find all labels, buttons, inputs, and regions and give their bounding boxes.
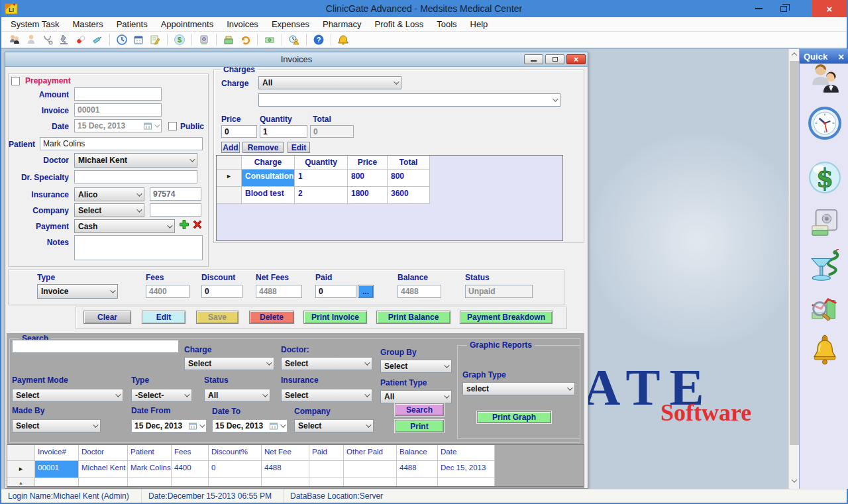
public-checkbox[interactable] [168, 122, 177, 130]
menu-tools[interactable]: Tools [430, 19, 463, 29]
stethoscope-icon[interactable] [41, 33, 54, 46]
edit-button[interactable]: Edit [288, 142, 310, 153]
date-from-picker[interactable]: 15 Dec, 2013 [131, 419, 207, 432]
print-balance-button[interactable]: Print Balance [376, 311, 450, 324]
cell-date[interactable]: Dec 15, 2013 [438, 461, 495, 478]
results-header-date[interactable]: Date [438, 445, 495, 461]
restore-button[interactable] [772, 0, 795, 17]
quick-panel-close-icon[interactable]: × [838, 51, 848, 62]
charges-header-total[interactable]: Total [388, 156, 430, 170]
edit-invoice-button[interactable]: Edit [142, 311, 186, 324]
scroll-up-button[interactable] [789, 49, 800, 60]
menu-appointments[interactable]: Appointments [154, 19, 221, 29]
cell-balance[interactable]: 4488 [397, 461, 438, 478]
print-graph-button[interactable]: Print Graph [477, 411, 551, 423]
delete-button[interactable]: Delete [249, 311, 294, 324]
menu-system-task[interactable]: System Task [4, 19, 66, 29]
billing-note-icon[interactable] [148, 33, 162, 46]
menu-expenses[interactable]: Expenses [265, 19, 316, 29]
results-header-otherpaid[interactable]: Other Paid [344, 445, 397, 461]
search-charge-select[interactable]: Select [184, 357, 274, 370]
line-total-field[interactable]: 0 [310, 125, 354, 138]
company-number-field[interactable] [150, 203, 201, 217]
invoice-date-picker[interactable]: 15 Dec, 2013 [74, 119, 162, 132]
charges-header-charge[interactable]: Charge [242, 156, 295, 170]
paid-browse-button[interactable]: ... [358, 285, 374, 298]
notes-field[interactable] [74, 235, 203, 260]
balance-field[interactable]: 4488 [398, 285, 441, 298]
quick-patients-icon[interactable] [808, 62, 842, 95]
prepayment-checkbox[interactable] [11, 77, 20, 85]
type-select[interactable]: Invoice [37, 284, 118, 299]
results-header-paid[interactable]: Paid [309, 445, 344, 461]
money-icon[interactable] [263, 33, 276, 46]
clock-icon[interactable] [115, 33, 129, 46]
print-invoice-button[interactable]: Print Invoice [303, 311, 367, 324]
cell-invoice[interactable]: 00001 [35, 461, 79, 478]
charges-table-row[interactable]: Blood test 2 1800 3600 [217, 187, 562, 204]
discount-field[interactable]: 0 [201, 285, 242, 298]
cell-netfee[interactable]: 4488 [262, 461, 309, 478]
invoices-restore-button[interactable] [545, 54, 564, 64]
doctor-select[interactable]: Michael Kent [74, 153, 197, 168]
patients-icon[interactable] [8, 33, 21, 46]
invoice-number-field[interactable]: 00001 [74, 103, 162, 117]
cell-paid[interactable] [309, 461, 344, 478]
invoices-close-button[interactable]: × [566, 54, 586, 64]
search-type-select[interactable]: -Select- [131, 389, 192, 402]
patient-type-select[interactable]: All [380, 390, 452, 403]
paid-field[interactable]: 0 [315, 285, 356, 298]
quantity-field[interactable]: 1 [260, 125, 307, 138]
remove-payment-icon[interactable] [192, 219, 203, 230]
search-input[interactable] [12, 340, 179, 353]
cell-otherpaid[interactable] [344, 461, 397, 478]
scrollbar-thumb[interactable] [790, 61, 799, 445]
pill-icon[interactable] [74, 33, 87, 46]
dollar-icon[interactable]: $ [173, 33, 186, 46]
results-header-invoice[interactable]: Invoice# [35, 445, 79, 461]
microscope-icon[interactable] [58, 33, 71, 46]
add-payment-icon[interactable] [179, 219, 189, 230]
menu-profit-loss[interactable]: Profit & Loss [368, 19, 431, 29]
undo-icon[interactable] [238, 33, 252, 46]
results-header-netfee[interactable]: Net Fee [262, 445, 309, 461]
calendar-icon[interactable] [132, 33, 145, 46]
search-insurance-select[interactable]: Select [281, 389, 372, 402]
price-field[interactable]: 0 [221, 125, 257, 138]
cell-charge[interactable]: Blood test [242, 187, 295, 204]
charges-header-price[interactable]: Price [348, 156, 388, 170]
cashbox-icon[interactable] [222, 33, 235, 46]
cell-quantity[interactable]: 1 [295, 170, 348, 187]
menu-patients[interactable]: Patients [110, 19, 154, 29]
results-header-doctor[interactable]: Doctor [79, 445, 128, 461]
group-by-select[interactable]: Select [380, 360, 452, 373]
payment-mode-select[interactable]: Select [12, 389, 123, 402]
quick-reports-icon[interactable] [809, 295, 841, 326]
quick-appointments-icon[interactable] [808, 106, 842, 140]
cell-price[interactable]: 800 [348, 170, 388, 187]
print-button[interactable]: Print [395, 420, 444, 432]
graph-type-select[interactable]: select [462, 382, 575, 395]
quick-cash-safe-icon[interactable] [809, 208, 841, 238]
cell-doctor[interactable]: Michael Kent [79, 461, 128, 478]
cell-charge[interactable]: Consultation [242, 170, 295, 187]
status-field[interactable]: Unpaid [465, 285, 533, 298]
add-button[interactable]: Add [221, 142, 240, 153]
cell-price[interactable]: 1800 [348, 187, 388, 204]
insurance-select[interactable]: Alico [74, 187, 144, 201]
results-header-fees[interactable]: Fees [172, 445, 209, 461]
scroll-down-button[interactable] [789, 476, 800, 486]
remove-button[interactable]: Remove [242, 142, 284, 153]
minimize-button[interactable] [747, 0, 770, 17]
net-fees-field[interactable]: 4488 [256, 285, 302, 298]
schedule-icon[interactable] [288, 33, 301, 46]
syringe-icon[interactable] [91, 33, 104, 46]
made-by-select[interactable]: Select [12, 419, 101, 432]
vertical-scrollbar[interactable] [788, 49, 799, 489]
cell-fees[interactable]: 4400 [172, 461, 209, 478]
cell-patient[interactable]: Mark Colins [128, 461, 172, 478]
patient-field[interactable]: Mark Colins [40, 137, 203, 150]
clear-button[interactable]: Clear [83, 311, 131, 324]
results-row[interactable]: ► 00001 Michael Kent Mark Colins 4400 0 … [7, 461, 584, 478]
cell-total[interactable]: 800 [388, 170, 430, 187]
